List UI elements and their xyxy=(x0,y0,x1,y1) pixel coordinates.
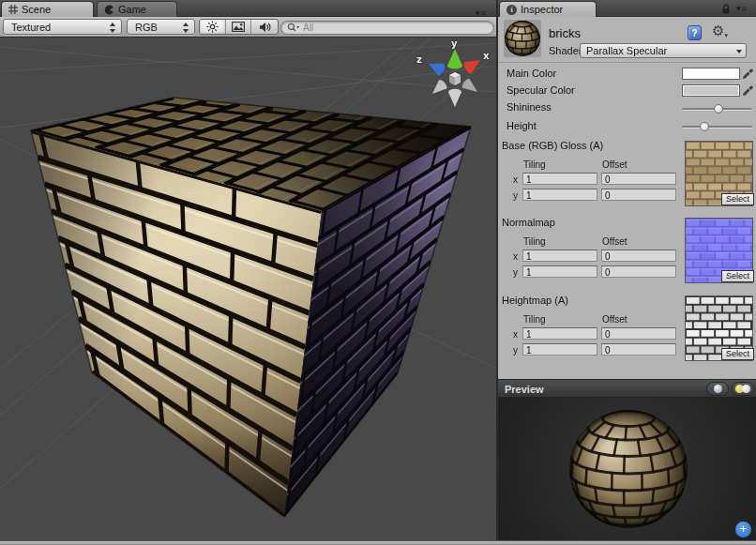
normal-offset-x-input[interactable]: 0 xyxy=(601,250,676,262)
preview-lighting-button[interactable] xyxy=(732,382,754,396)
tab-inspector-label: Inspector xyxy=(521,4,563,15)
window-bottom-edge xyxy=(0,540,756,545)
x-axis-label: x xyxy=(513,329,518,340)
channel-mode-dropdown[interactable]: RGB xyxy=(127,19,195,35)
eyedropper-icon[interactable] xyxy=(742,84,754,97)
material-preview-viewport[interactable] xyxy=(498,398,756,540)
divider xyxy=(498,62,756,63)
render-mode-dropdown[interactable]: Textured xyxy=(3,19,122,35)
height-slider[interactable] xyxy=(682,126,752,129)
height-label: Height xyxy=(507,120,537,131)
x-axis-label: x xyxy=(513,174,518,185)
main-color-label: Main Color xyxy=(507,68,556,79)
scene-panel-menu-icon[interactable]: ▾≡ xyxy=(476,9,487,18)
tab-inspector[interactable]: i Inspector xyxy=(499,1,597,17)
sphere-icon xyxy=(714,385,722,393)
preview-mesh-button[interactable] xyxy=(706,382,729,396)
tab-scene[interactable]: Scene xyxy=(1,1,94,17)
heightmap-title: Heightmap (A) xyxy=(502,295,568,306)
sun-icon xyxy=(206,21,219,33)
height-tiling-y-input[interactable]: 1 xyxy=(522,343,597,356)
shininess-label: Shininess xyxy=(507,101,552,113)
lighting-toggle-button[interactable] xyxy=(200,20,226,34)
base-map-title: Base (RGB) Gloss (A) xyxy=(502,140,603,151)
material-preview-thumb xyxy=(504,20,541,57)
updown-arrows-icon xyxy=(182,23,189,33)
height-tiling-x-input[interactable]: 1 xyxy=(522,327,597,340)
tab-game-label: Game xyxy=(118,4,146,15)
shininess-slider[interactable] xyxy=(682,108,752,111)
x-axis-label: x xyxy=(513,251,518,262)
height-knob[interactable] xyxy=(700,122,709,131)
y-axis-label: y xyxy=(513,267,518,278)
height-offset-x-input[interactable]: 0 xyxy=(601,327,676,340)
normalmap-select-button[interactable]: Select xyxy=(721,270,754,282)
scene-tab-strip: Scene Game xyxy=(0,0,497,17)
preview-title: Preview xyxy=(505,384,544,395)
normal-tiling-x-input[interactable]: 1 xyxy=(522,250,597,262)
tab-scene-label: Scene xyxy=(22,4,51,15)
render-mode-value: Textured xyxy=(11,22,51,33)
specular-color-label: Specular Color xyxy=(507,84,575,96)
normal-offset-y-input[interactable]: 0 xyxy=(601,265,676,278)
info-icon: i xyxy=(507,5,517,15)
light-off-icon xyxy=(742,385,750,393)
shader-dropdown[interactable]: Parallax Specular xyxy=(580,43,747,58)
offset-header: Offset xyxy=(602,159,627,170)
height-offset-y-input[interactable]: 0 xyxy=(601,343,676,356)
tiling-header: Tiling xyxy=(523,159,546,170)
chevron-down-icon xyxy=(736,50,742,53)
tab-game[interactable]: Game xyxy=(97,1,177,17)
normalmap-title: Normalmap xyxy=(502,217,555,228)
y-axis-label: y xyxy=(513,345,518,356)
search-placeholder: All xyxy=(303,23,313,33)
offset-header: Offset xyxy=(602,236,627,247)
y-axis-label: y xyxy=(513,190,518,201)
inspector-panel: i Inspector ▾≡ bricks Shader Parallax Sp… xyxy=(498,0,756,545)
shininess-knob[interactable] xyxy=(714,104,723,114)
scene-toolbar: Textured RGB xyxy=(0,17,497,38)
base-offset-x-input[interactable]: 0 xyxy=(601,173,676,185)
image-icon xyxy=(232,22,245,32)
shader-value: Parallax Specular xyxy=(586,45,667,56)
scene-view-toggles xyxy=(199,19,279,35)
inspector-menu-icon[interactable]: ▾≡ xyxy=(736,5,748,13)
audio-toggle-button[interactable] xyxy=(251,20,278,34)
base-tiling-y-input[interactable]: 1 xyxy=(522,189,597,201)
channel-mode-value: RGB xyxy=(135,22,158,33)
heightmap-select-button[interactable]: Select xyxy=(721,348,754,360)
shader-label: Shader xyxy=(549,45,582,56)
base-tiling-x-input[interactable]: 1 xyxy=(522,173,597,185)
updown-arrows-icon xyxy=(109,23,116,33)
help-icon[interactable]: ? xyxy=(688,25,702,40)
gear-icon[interactable]: ⚙▾ xyxy=(712,23,728,44)
specular-color-swatch[interactable] xyxy=(682,84,740,97)
search-icon xyxy=(287,23,300,33)
eyedropper-icon[interactable] xyxy=(742,68,754,80)
base-select-button[interactable]: Select xyxy=(721,193,754,205)
speaker-icon xyxy=(259,22,271,33)
normal-tiling-y-input[interactable]: 1 xyxy=(522,265,597,278)
inspector-tab-strip: i Inspector ▾≡ xyxy=(498,0,756,17)
base-offset-y-input[interactable]: 0 xyxy=(601,189,676,201)
tiling-header: Tiling xyxy=(523,314,546,325)
game-icon xyxy=(104,5,114,15)
tiling-header: Tiling xyxy=(523,236,546,247)
lock-icon[interactable] xyxy=(721,4,731,15)
asset-bundle-plus-button[interactable]: + xyxy=(735,522,751,537)
grid-icon xyxy=(8,5,18,14)
material-name: bricks xyxy=(549,26,581,40)
scene-viewport[interactable] xyxy=(0,38,497,540)
main-color-swatch[interactable] xyxy=(682,68,740,80)
skybox-fx-toggle-button[interactable] xyxy=(226,20,252,34)
preview-header[interactable]: Preview xyxy=(498,379,756,398)
offset-header: Offset xyxy=(602,314,627,325)
scene-search-input[interactable]: All xyxy=(280,21,494,35)
